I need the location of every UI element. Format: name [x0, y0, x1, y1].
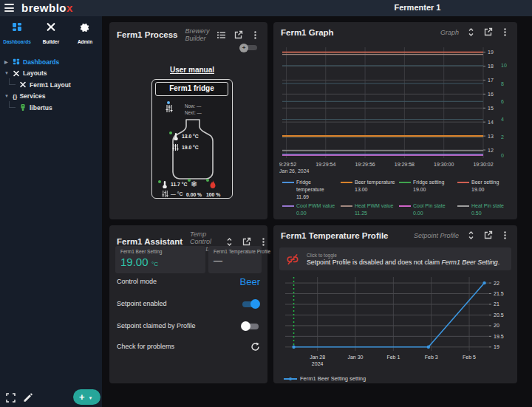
user-manual-link[interactable]: User manual	[151, 66, 233, 74]
svg-text:19:29:54: 19:29:54	[316, 162, 335, 167]
widget-header: Ferm1 Process Brewery Builder	[109, 22, 267, 45]
svg-text:19:29:58: 19:29:58	[395, 162, 415, 167]
open-in-new-icon[interactable]	[483, 27, 493, 37]
legend-item[interactable]: Beer setting19.00	[457, 179, 513, 200]
status-dot	[158, 180, 161, 183]
banner-text: Click to toggle Setpoint Profile is disa…	[307, 253, 499, 266]
caret-down-icon[interactable]: ▼	[4, 71, 10, 75]
svg-text:19:29:52: 19:29:52	[279, 162, 296, 167]
unfold-more-icon[interactable]	[225, 237, 234, 247]
beer-setting-value[interactable]: 19.0 °C	[182, 145, 199, 150]
sidebar-item-layouts[interactable]: ▼ Layouts	[0, 68, 102, 80]
tree-label: Layouts	[23, 69, 47, 77]
kebab-menu-icon[interactable]	[500, 27, 510, 37]
svg-text:4: 4	[501, 117, 504, 122]
svg-text:20.5: 20.5	[494, 312, 504, 318]
unfold-more-icon[interactable]	[466, 230, 476, 240]
sidebar-item-dashboards[interactable]: ▶ Dashboards	[0, 56, 102, 68]
brewblox-logo[interactable]: brewblox	[21, 1, 73, 14]
setpoint-enabled-row: Setpoint enabled	[117, 296, 260, 311]
toggle-thumb: +	[239, 44, 248, 52]
widget-title: Ferm1 Assistant	[117, 237, 183, 246]
legend-item[interactable]: Heat PWM value11.25	[341, 202, 396, 217]
profile-disabled-banner[interactable]: Click to toggle Setpoint Profile is disa…	[279, 247, 511, 270]
unfold-more-icon[interactable]	[466, 27, 476, 37]
open-in-new-icon[interactable]	[233, 30, 243, 40]
braces-icon: { }	[13, 93, 16, 100]
page-title: Fermenter 1	[318, 3, 517, 12]
spark-service-icon	[19, 103, 27, 112]
builder-icon	[34, 21, 68, 32]
fullscreen-icon[interactable]	[6, 393, 16, 403]
sidebar-item-libertus[interactable]: libertus	[0, 102, 102, 114]
kebab-menu-icon[interactable]	[259, 237, 268, 247]
beer-setting-card[interactable]: Ferm1 Beer Setting 19.00 °C	[115, 246, 205, 273]
widget-type-label: Setpoint Profile	[414, 232, 459, 239]
svg-text:19:30:02: 19:30:02	[473, 162, 493, 167]
fridge-label: Ferm1 fridge	[155, 82, 228, 96]
caret-down-icon[interactable]: ▼	[4, 94, 10, 98]
legend-item[interactable]: Heat Pin state0.50	[457, 202, 513, 217]
tab-label: Dashboards	[3, 39, 31, 44]
sidebar: Dashboards Builder Admin ▶ Dashboards	[0, 16, 102, 407]
profile-sliders-icon[interactable]	[165, 104, 174, 113]
card-value: 19.00	[120, 256, 149, 268]
sidebar-item-ferm1-layout[interactable]: Ferm1 Layout	[0, 79, 102, 91]
builder-zoom-toggle[interactable]: +	[239, 44, 257, 52]
svg-text:19:29:56: 19:29:56	[355, 162, 375, 167]
edit-pencil-icon[interactable]	[23, 393, 33, 403]
open-in-new-icon[interactable]	[483, 230, 493, 240]
flame-icon[interactable]	[209, 179, 216, 189]
thermometer-icon	[173, 132, 179, 140]
card-label: Ferm1 Beer Setting	[120, 249, 200, 254]
refresh-icon[interactable]	[250, 342, 260, 352]
profile-next-value[interactable]: Next: —	[185, 110, 202, 115]
legend-item[interactable]: Cool Pin state0.00	[399, 202, 454, 217]
setpoint-enabled-toggle[interactable]	[241, 299, 260, 309]
legend-item[interactable]: Cool PWM value0.00	[282, 202, 338, 217]
svg-text:Jan 30: Jan 30	[347, 355, 363, 360]
control-mode-select[interactable]: Beer	[240, 276, 260, 287]
logo-text: brewblo	[21, 1, 66, 14]
heat-pwm-value[interactable]: 100 %	[206, 192, 220, 197]
fridge-setting-value[interactable]: — °C	[171, 191, 183, 196]
legend-item[interactable]: Fridge temperature11.69	[282, 179, 338, 200]
setpoint-claimed-toggle[interactable]	[241, 321, 260, 331]
svg-text:19: 19	[488, 49, 494, 55]
tab-dashboards[interactable]: Dashboards	[0, 19, 34, 50]
add-widget-split-button[interactable]: + ▼	[73, 389, 100, 405]
caret-right-icon[interactable]: ▶	[4, 59, 10, 64]
tab-admin[interactable]: Admin	[68, 19, 102, 50]
tab-label: Admin	[78, 39, 92, 44]
kebab-menu-icon[interactable]	[500, 230, 510, 240]
cool-pwm-value[interactable]: 0.00 %	[186, 192, 202, 197]
profile-legend[interactable]: Ferm1 Beer Setting setting	[284, 375, 366, 382]
card-value: —	[214, 256, 256, 266]
legend-item[interactable]: Beer temperature13.00	[341, 179, 396, 200]
temperature-profile-card[interactable]: Ferm1 Temperature Profile —	[208, 246, 262, 273]
tab-builder[interactable]: Builder	[34, 19, 68, 50]
svg-text:19: 19	[494, 344, 499, 349]
svg-text:12: 12	[488, 148, 494, 153]
fridge-temp-value[interactable]: 11.7 °C	[171, 182, 187, 187]
dashboards-icon	[0, 21, 34, 32]
fridge-diagram: Ferm1 fridge Now: — Next: — 13.0 °C 19.0…	[151, 79, 233, 199]
menu-icon[interactable]	[4, 4, 14, 13]
gear-icon	[68, 21, 102, 32]
brewblox-app: brewblox Fermenter 1 Dashboards Builder	[0, 0, 532, 407]
svg-text:19:30:00: 19:30:00	[434, 162, 454, 167]
kebab-menu-icon[interactable]	[250, 30, 260, 40]
sidebar-item-services[interactable]: ▼ { } Services	[0, 91, 102, 103]
row-label: Setpoint claimed by Profile	[117, 322, 196, 329]
snowflake-icon[interactable]: ❄	[191, 179, 197, 189]
profile-now-value[interactable]: Now: —	[185, 103, 201, 109]
chevron-down-icon[interactable]: ▼	[89, 396, 93, 400]
legend-item[interactable]: Fridge setting19.00	[399, 179, 454, 200]
sidebar-tree: ▶ Dashboards ▼ Layouts Ferm1 Layout ▼ { …	[0, 56, 102, 114]
svg-text:Jan 26, 2024: Jan 26, 2024	[279, 168, 310, 174]
profile-graph-plot[interactable]: Jan 282024Jan 30Feb 1Feb 3Feb 51919.5202…	[279, 271, 511, 374]
list-icon[interactable]	[216, 30, 226, 40]
history-graph-plot[interactable]: 19:29:5219:29:5419:29:5619:29:5819:30:00…	[279, 41, 511, 180]
open-in-new-icon[interactable]	[242, 237, 251, 247]
beer-temp-value[interactable]: 13.0 °C	[182, 134, 199, 139]
